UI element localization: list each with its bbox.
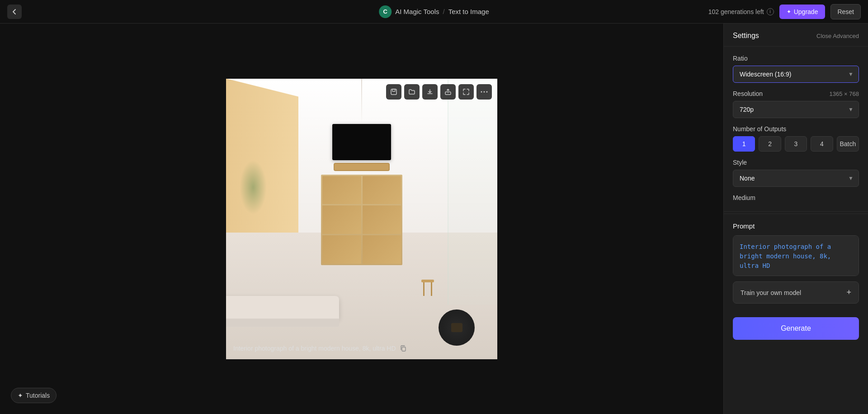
- resolution-field: Resolution 1365 × 768 720p 1080p 4K ▼: [733, 90, 859, 118]
- caption-text: Interior photograph of a bright modern h…: [233, 345, 396, 352]
- back-button[interactable]: [7, 5, 22, 19]
- tutorials-button[interactable]: ✦ Tutorials: [11, 388, 57, 403]
- ratio-select[interactable]: Widescreen (16:9) Square (1:1) Portrait …: [733, 66, 859, 83]
- save-to-project-button[interactable]: [386, 84, 401, 100]
- settings-title: Settings: [733, 32, 759, 40]
- image-caption: Interior photograph of a bright modern h…: [233, 345, 407, 352]
- train-model-button[interactable]: Train your own model +: [733, 281, 859, 304]
- ratio-select-wrapper: Widescreen (16:9) Square (1:1) Portrait …: [733, 66, 859, 83]
- share-button[interactable]: [440, 84, 456, 100]
- breadcrumb-separator: /: [443, 8, 445, 15]
- outputs-label: Number of Outputs: [733, 125, 859, 133]
- resolution-select-wrapper: 720p 1080p 4K ▼: [733, 101, 859, 118]
- info-icon[interactable]: i: [767, 8, 774, 15]
- page-title: Text to Image: [448, 8, 489, 15]
- divider: [724, 211, 868, 212]
- avatar: C: [379, 5, 392, 18]
- output-btn-batch[interactable]: Batch: [837, 136, 859, 152]
- sparkle-icon: ✦: [18, 392, 23, 399]
- header-left: [7, 5, 22, 19]
- app-header: C AI Magic Tools / Text to Image 102 gen…: [0, 0, 868, 24]
- style-select[interactable]: None Photographic Anime Digital Art: [733, 170, 859, 187]
- settings-header: Settings Close Advanced: [724, 24, 868, 47]
- settings-body: Ratio Widescreen (16:9) Square (1:1) Por…: [724, 47, 868, 209]
- medium-field: Medium: [733, 194, 859, 201]
- svg-point-4: [486, 91, 488, 92]
- resolution-row: Resolution 1365 × 768: [733, 90, 859, 97]
- svg-point-3: [484, 91, 485, 92]
- app-name: AI Magic Tools: [395, 8, 439, 15]
- tutorials-label: Tutorials: [26, 392, 50, 399]
- style-select-wrapper: None Photographic Anime Digital Art ▼: [733, 170, 859, 187]
- header-right: 102 generations left i ✦ Upgrade Reset: [708, 4, 861, 19]
- reset-button[interactable]: Reset: [830, 4, 861, 19]
- svg-rect-0: [391, 89, 396, 95]
- canvas-area: Interior photograph of a bright modern h…: [0, 24, 723, 414]
- more-options-button[interactable]: [476, 84, 492, 100]
- stool: [421, 280, 434, 296]
- image-container: Interior photograph of a bright modern h…: [226, 79, 497, 359]
- download-button[interactable]: [422, 84, 438, 100]
- generated-image: [226, 79, 497, 359]
- generations-info: 102 generations left i: [708, 8, 774, 15]
- output-btn-4[interactable]: 4: [811, 136, 833, 152]
- svg-rect-5: [402, 347, 406, 351]
- star-icon: ✦: [787, 9, 791, 15]
- generate-section: Generate: [724, 312, 868, 349]
- output-btn-2[interactable]: 2: [759, 136, 781, 152]
- settings-panel: Settings Close Advanced Ratio Widescreen…: [723, 24, 868, 414]
- sofa: [226, 296, 339, 332]
- generate-button[interactable]: Generate: [733, 317, 859, 340]
- resolution-value: 1365 × 768: [830, 90, 859, 97]
- main-content: Interior photograph of a bright modern h…: [0, 24, 868, 414]
- ratio-field: Ratio Widescreen (16:9) Square (1:1) Por…: [733, 55, 859, 83]
- coffee-table: [439, 309, 475, 346]
- prompt-label: Prompt: [733, 222, 859, 230]
- glass-partition: [448, 79, 497, 305]
- prompt-section: Prompt Interior photograph of a bright m…: [724, 214, 868, 312]
- outputs-buttons: 1 2 3 4 Batch: [733, 136, 859, 152]
- train-model-label: Train your own model: [741, 289, 801, 296]
- resolution-label: Resolution: [733, 90, 763, 97]
- header-center: C AI Magic Tools / Text to Image: [379, 5, 489, 18]
- prompt-textarea[interactable]: Interior photograph of a bright modern h…: [733, 235, 859, 276]
- ratio-label: Ratio: [733, 55, 859, 62]
- resolution-select[interactable]: 720p 1080p 4K: [733, 101, 859, 118]
- style-field: Style None Photographic Anime Digital Ar…: [733, 159, 859, 187]
- close-advanced-button[interactable]: Close Advanced: [816, 33, 859, 39]
- style-label: Style: [733, 159, 859, 166]
- output-btn-1[interactable]: 1: [733, 136, 755, 152]
- medium-label: Medium: [733, 194, 859, 201]
- upgrade-button[interactable]: ✦ Upgrade: [779, 5, 826, 19]
- breadcrumb: AI Magic Tools / Text to Image: [395, 8, 489, 15]
- output-btn-3[interactable]: 3: [785, 136, 807, 152]
- fullscreen-button[interactable]: [458, 84, 474, 100]
- upgrade-label: Upgrade: [794, 8, 818, 15]
- generations-text: 102 generations left: [708, 8, 764, 15]
- outputs-field: Number of Outputs 1 2 3 4 Batch: [733, 125, 859, 152]
- plus-icon: +: [846, 288, 851, 297]
- svg-point-2: [481, 91, 482, 92]
- image-toolbar: [386, 84, 492, 100]
- folder-button[interactable]: [404, 84, 420, 100]
- copy-caption-button[interactable]: [400, 345, 407, 352]
